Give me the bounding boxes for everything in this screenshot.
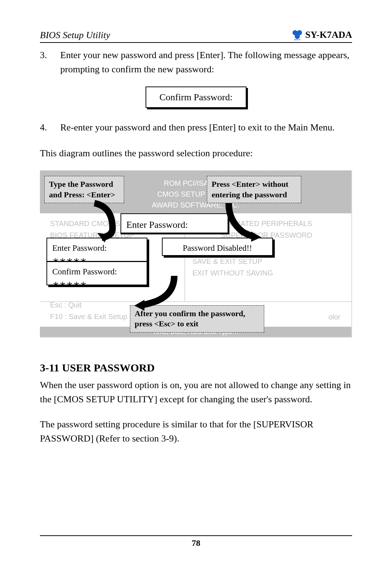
callout-type-password: Type the Password and Press: <Enter> <box>44 176 124 203</box>
enter-password-box: Enter Password: ∗∗∗∗∗ <box>46 238 147 262</box>
confirm-password-box: Confirm Password: <box>146 86 246 108</box>
logo-caption: SOYO <box>294 39 301 41</box>
page-footer: 78 <box>40 535 352 548</box>
header-title-right: SOYO SY-K7ADA <box>291 29 352 41</box>
confirm-password-box: Confirm Password: ∗∗∗∗∗ <box>46 261 147 285</box>
password-diagram: ROM PCI/ISA BIOS CMOS SETUP UTILITY AWAR… <box>40 170 352 338</box>
section-title: 3-11 USER PASSWORD <box>40 359 352 376</box>
callout-press-enter-no-pw: Press <Enter> without entering the passw… <box>207 176 301 203</box>
step-4-text: Re-enter your password and then press [E… <box>60 120 352 134</box>
diagram-intro: This diagram outlines the password selec… <box>40 146 352 160</box>
soyo-logo-icon: SOYO <box>291 29 303 41</box>
step-3-number: 3. <box>40 48 60 76</box>
body-text: 3. Enter your new password and press [En… <box>40 48 352 446</box>
section-para-2: The password setting procedure is simila… <box>40 417 352 446</box>
step-3-text: Enter your new password and press [Enter… <box>60 48 352 76</box>
password-disabled-box: Password Disabled!! <box>162 238 273 256</box>
diagram-footer-left: Esc : Quit F10 : Save & Exit Setup <box>50 299 127 322</box>
page-header: BIOS Setup Utility SOYO SY-K7ADA <box>40 29 352 43</box>
section-para-1: When the user password option is on, you… <box>40 378 352 406</box>
step-3: 3. Enter your new password and press [En… <box>40 48 352 76</box>
page: BIOS Setup Utility SOYO SY-K7ADA 3. Ente… <box>0 0 392 588</box>
footer-item: Esc : Quit <box>50 299 127 311</box>
enter-password-prompt: Enter Password: <box>121 213 229 234</box>
model-label: SY-K7ADA <box>305 29 352 40</box>
menu-item: EXIT WITHOUT SAVING <box>192 267 312 279</box>
callout-confirm-esc: After you confirm the password, press <E… <box>130 305 264 333</box>
footer-item: F10 : Save & Exit Setup <box>50 311 127 322</box>
menu-item: SAVE & EXIT SETUP <box>192 255 312 267</box>
footer-right-hint: olor <box>328 311 340 322</box>
step-4-number: 4. <box>40 120 60 134</box>
svg-point-2 <box>295 34 300 39</box>
step-4: 4. Re-enter your password and then press… <box>40 120 352 134</box>
header-title-left: BIOS Setup Utility <box>40 30 110 41</box>
confirm-box-wrap: Confirm Password: <box>40 86 352 108</box>
page-number: 78 <box>192 538 200 548</box>
